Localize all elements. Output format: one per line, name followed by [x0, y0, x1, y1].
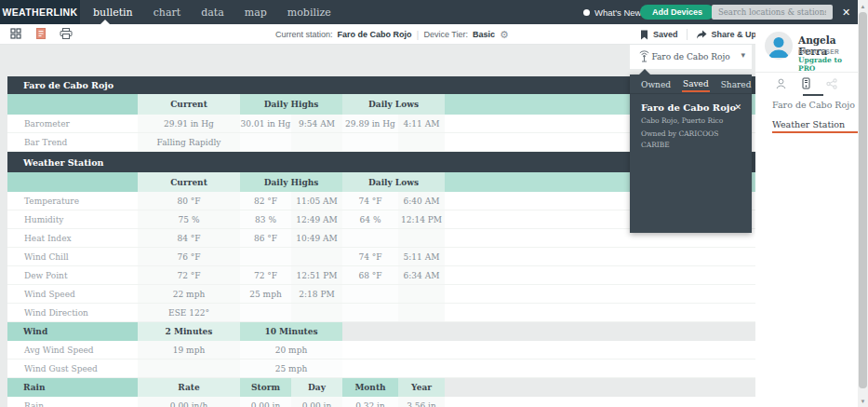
cell-spacer	[445, 266, 755, 284]
account-icon[interactable]	[774, 76, 789, 91]
cell-day: 0.00 in	[291, 397, 342, 407]
upgrade-to-pro-link[interactable]: Upgrade to PRO	[798, 56, 858, 73]
cell-2-min: 19 mph	[138, 341, 240, 359]
print-icon[interactable]	[60, 27, 73, 40]
cell-high: 86 °F	[240, 229, 291, 247]
vertical-scrollbar[interactable]: ▲ ▼	[858, 0, 868, 407]
active-icon-underline	[803, 94, 823, 96]
cell-high-time: 12:51 PM	[291, 266, 342, 284]
search-input[interactable]	[712, 5, 833, 20]
avatar[interactable]	[765, 32, 793, 60]
nav-item-chart[interactable]: chart	[154, 7, 180, 19]
sidebar-icon-row	[755, 72, 858, 94]
cell-current: 22 mph	[138, 285, 240, 303]
tab-owned[interactable]: Owned	[640, 76, 672, 91]
user-tier-badge: BASIC USER	[798, 48, 839, 55]
bulletin-board-icon[interactable]	[34, 27, 47, 40]
nav-item-mobilize[interactable]: mobilize	[287, 7, 331, 19]
cell-high	[240, 248, 291, 265]
header-spacer	[445, 378, 755, 397]
close-icon[interactable]: ✕	[842, 0, 850, 24]
cell-low-time: 6:34 AM	[398, 266, 445, 284]
cell-low-time	[398, 304, 445, 321]
nav-menu: bulletin chart data map mobilize	[93, 0, 331, 24]
cell-low-time: 6:40 AM	[398, 192, 445, 210]
cell-high-time	[291, 133, 342, 151]
devices-icon[interactable]	[799, 76, 814, 91]
chevron-down-icon: ▾	[741, 50, 745, 60]
toolbar-icons	[9, 27, 73, 40]
cell-low: 74 °F	[342, 192, 398, 210]
cell-low	[342, 229, 398, 247]
tab-saved[interactable]: Saved	[682, 75, 710, 92]
cell-month: 0.32 in	[342, 397, 398, 407]
station-card-location: Cabo Rojo, Puerto Rico	[641, 115, 741, 126]
rain-table-header: Rain Rate Storm Day Month Year	[7, 378, 755, 397]
header-daily-lows: Daily Lows	[342, 94, 445, 115]
cell-low-time	[398, 285, 445, 303]
row-label: Barometer	[7, 115, 138, 132]
cell-high-time: 10:49 AM	[291, 229, 342, 247]
sharing-icon[interactable]	[824, 76, 839, 91]
cell-high: 30.01 in Hg	[240, 115, 291, 132]
header-2-minutes: 2 Minutes	[138, 322, 240, 341]
scroll-up-icon[interactable]: ▲	[858, 1, 868, 11]
table-row-wind-speed: Wind Speed 22 mph 25 mph 2:18 PM	[7, 285, 755, 304]
add-devices-button[interactable]: Add Devices	[640, 5, 714, 20]
toolbar-actions-divider	[687, 29, 688, 40]
header-rain: Rain	[7, 378, 138, 397]
cell-10-min: 25 mph	[240, 360, 342, 377]
cell-high-time	[291, 248, 342, 265]
top-nav: WEATHERLINK bulletin chart data map mobi…	[0, 0, 868, 24]
header-10-minutes: 10 Minutes	[240, 322, 342, 341]
sidebar-item-station[interactable]: Faro de Cabo Rojo	[772, 100, 855, 110]
cell-low: 64 %	[342, 210, 398, 228]
scroll-down-icon[interactable]: ▼	[858, 396, 868, 406]
active-item-underline	[772, 131, 861, 133]
station-card[interactable]: Faro de Cabo Rojo Cabo Rojo, Puerto Rico…	[630, 94, 752, 158]
sidebar-item-weather-station[interactable]: Weather Station	[772, 119, 845, 129]
panel-notch	[639, 69, 650, 75]
table-row-wind-gust-speed: Wind Gust Speed 25 mph	[7, 360, 755, 378]
cell-spacer	[342, 341, 755, 359]
device-tier-label: Device Tier:	[423, 30, 468, 39]
row-label: Temperature	[7, 192, 138, 210]
gear-icon[interactable]: ⚙	[500, 30, 509, 40]
weatherlink-logo[interactable]: WEATHERLINK	[0, 0, 80, 24]
cell-high-time: 12:49 AM	[291, 210, 342, 228]
cell-10-min: 20 mph	[240, 341, 342, 359]
cell-current: 72 °F	[138, 266, 240, 284]
row-label: Wind Speed	[7, 285, 138, 303]
bookmark-icon	[640, 30, 648, 40]
cell-storm: 0.00 in	[240, 397, 291, 407]
header-daily-lows: Daily Lows	[342, 172, 445, 192]
stations-panel-tabs: Owned Saved Shared	[630, 75, 752, 94]
scrollbar-thumb[interactable]	[859, 12, 867, 388]
cell-high-time	[291, 304, 342, 321]
row-label: Dew Point	[7, 266, 138, 284]
cell-spacer	[342, 360, 755, 377]
header-year: Year	[398, 378, 445, 397]
whats-new-link[interactable]: What's New?	[583, 0, 647, 24]
station-card-owner: Owned by CARICOOS CARIBE	[641, 129, 741, 150]
station-selector[interactable]: Faro de Cabo Rojo ▾	[630, 45, 752, 69]
cell-low: 29.89 in Hg	[342, 115, 398, 132]
nav-item-bulletin[interactable]: bulletin	[93, 7, 133, 19]
tab-shared[interactable]: Shared	[720, 76, 753, 91]
cell-current: 29.91 in Hg	[138, 115, 240, 132]
current-station-label: Current station:	[275, 30, 333, 39]
cell-current: Falling Rapidly	[138, 133, 240, 151]
current-station-name: Faro de Cabo Rojo	[338, 30, 412, 39]
nav-item-data[interactable]: data	[201, 7, 224, 19]
grid-view-icon[interactable]	[9, 27, 22, 40]
cell-low	[342, 304, 398, 321]
saved-button[interactable]: Saved	[640, 30, 678, 40]
row-label: Humidity	[7, 210, 138, 228]
cell-low: 68 °F	[342, 266, 398, 284]
station-card-close-icon[interactable]: ✕	[734, 102, 741, 112]
header-wind: Wind	[7, 322, 138, 341]
cell-low	[342, 133, 398, 151]
cell-high: 25 mph	[240, 285, 291, 303]
nav-item-map[interactable]: map	[245, 7, 267, 19]
cell-current: 80 °F	[138, 192, 240, 210]
